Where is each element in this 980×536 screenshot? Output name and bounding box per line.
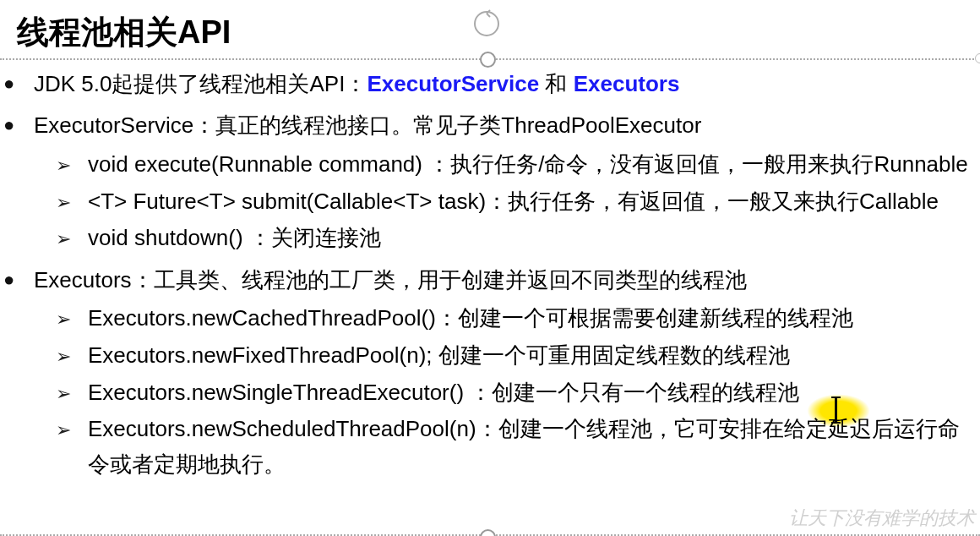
sub-item: void shutdown() ：关闭连接池	[54, 221, 980, 256]
sub-item: Executors.newSingleThreadExecutor() ：创建一…	[54, 375, 980, 411]
bullet-item: JDK 5.0起提供了线程池相关API：ExecutorService 和 Ex…	[0, 67, 980, 102]
sub-list: Executors.newCachedThreadPool()：创建一个可根据需…	[54, 301, 980, 482]
watermark: 让天下没有难学的技术	[789, 503, 975, 533]
sub-item: <T> Future<T> submit(Callable<T> task)：执…	[54, 184, 980, 220]
link-executors: Executors	[574, 71, 680, 96]
sub-item: Executors.newScheduledThreadPool(n)：创建一个…	[54, 412, 980, 482]
refresh-icon	[471, 8, 502, 50]
sub-item: Executors.newFixedThreadPool(n); 创建一个可重用…	[54, 338, 980, 374]
anchor-icon	[480, 52, 496, 68]
link-executorservice: ExecutorService	[367, 71, 539, 96]
bullet-list: JDK 5.0起提供了线程池相关API：ExecutorService 和 Ex…	[0, 67, 980, 483]
text: Executors：工具类、线程池的工厂类，用于创建并返回不同类型的线程池	[34, 267, 747, 293]
text: JDK 5.0起提供了线程池相关API：	[34, 71, 367, 96]
text: ExecutorService：真正的线程池接口。常见子类ThreadPoolE…	[34, 112, 701, 138]
circle-icon	[975, 53, 980, 63]
text-cursor-icon	[835, 398, 837, 422]
text: 和	[539, 71, 573, 96]
sub-list: void execute(Runnable command) ：执行任务/命令，…	[54, 147, 980, 256]
anchor-icon	[480, 529, 496, 536]
divider-top	[0, 58, 980, 60]
sub-item: Executors.newCachedThreadPool()：创建一个可根据需…	[54, 301, 980, 336]
svg-point-0	[475, 12, 498, 36]
sub-item: void execute(Runnable command) ：执行任务/命令，…	[54, 147, 980, 183]
bullet-item: Executors：工具类、线程池的工厂类，用于创建并返回不同类型的线程池 Ex…	[0, 263, 980, 483]
bullet-item: ExecutorService：真正的线程池接口。常见子类ThreadPoolE…	[0, 108, 980, 255]
